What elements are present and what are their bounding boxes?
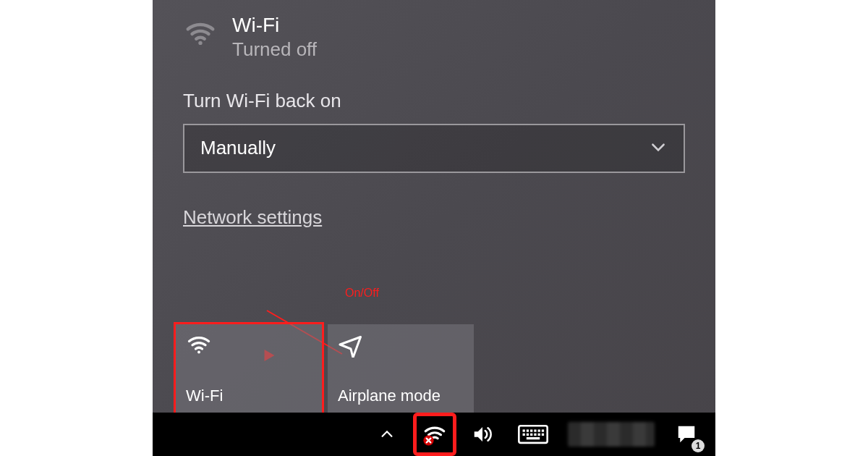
network-settings-link[interactable]: Network settings [183,206,322,229]
volume-icon [472,423,493,445]
tray-network-button[interactable] [419,418,451,450]
svg-point-1 [197,351,200,354]
flyout-body: Wi-Fi Turned off Turn Wi-Fi back on Manu… [153,0,715,413]
svg-rect-14 [527,434,529,436]
airplane-tile-label: Airplane mode [338,387,464,405]
airplane-mode-tile[interactable]: Airplane mode [328,324,474,413]
keyboard-icon [518,423,548,445]
wifi-status-header: Wi-Fi Turned off [153,14,715,74]
svg-rect-13 [523,434,525,436]
wifi-status-text: Turned off [232,38,317,61]
notification-count-badge: 1 [692,439,705,452]
svg-rect-15 [530,434,532,436]
airplane-icon [338,332,367,360]
svg-rect-19 [527,437,540,439]
svg-rect-9 [530,429,532,431]
wifi-tile-label: Wi-Fi [186,387,312,405]
annotation-label: On/Off [345,287,379,300]
svg-rect-7 [523,429,525,431]
tray-notifications-button[interactable]: 1 [671,418,702,450]
svg-rect-18 [542,434,544,436]
svg-rect-11 [538,429,540,431]
tray-clock-area[interactable] [568,422,655,447]
wifi-disconnected-icon [422,422,447,447]
reconnect-select[interactable]: Manually [183,124,685,173]
wifi-toggle-tile[interactable]: Wi-Fi [176,324,322,413]
chevron-down-icon [649,138,668,159]
svg-rect-17 [538,434,540,436]
tray-overflow-button[interactable] [371,418,403,450]
wifi-icon [186,332,215,360]
svg-rect-16 [534,434,536,436]
svg-rect-8 [527,429,529,431]
svg-rect-10 [534,429,536,431]
svg-marker-5 [475,427,482,442]
reconnect-selected-value: Manually [200,137,276,159]
reconnect-label: Turn Wi-Fi back on [153,74,715,121]
svg-rect-12 [542,429,544,431]
tray-input-indicator[interactable] [514,418,552,450]
wifi-icon [183,16,218,51]
taskbar: 1 [153,413,715,456]
quick-action-tiles: Wi-Fi Airplane mode [176,324,474,413]
wifi-title: Wi-Fi [232,14,317,37]
svg-point-0 [198,41,202,45]
tray-volume-button[interactable] [467,418,498,450]
network-flyout-panel: Wi-Fi Turned off Turn Wi-Fi back on Manu… [153,0,715,456]
